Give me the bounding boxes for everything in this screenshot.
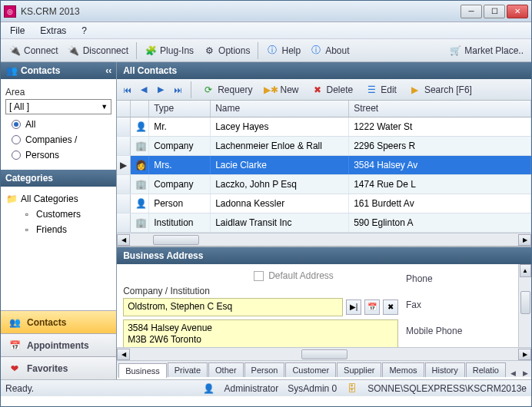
goto-button[interactable]: ▶| — [346, 299, 361, 315]
person-f-icon: 👩 — [135, 159, 147, 171]
tab-private[interactable]: Private — [168, 362, 208, 377]
about-icon: ⓘ — [310, 45, 322, 57]
marketplace-button[interactable]: 🛒Market Place.. — [444, 42, 528, 59]
edit-button[interactable]: ☰Edit — [361, 81, 401, 98]
requery-button[interactable]: ⟳Requery — [198, 81, 257, 98]
tab-business[interactable]: Business — [118, 363, 167, 378]
table-row[interactable]: 👤Mr.Lacey Hayes1222 Water St — [117, 117, 531, 137]
plugins-button[interactable]: 🧩Plug-Ins — [140, 42, 198, 59]
tab-scroll-right[interactable]: ▶ — [519, 369, 531, 377]
next-record-icon[interactable]: ▶ — [154, 83, 168, 97]
tab-relatio[interactable]: Relatio — [466, 362, 506, 377]
search-button[interactable]: ▶Search [F6] — [404, 81, 477, 98]
app-icon: ◎ — [4, 5, 16, 18]
grid-header: Type Name Street — [117, 101, 531, 117]
tree-all-categories[interactable]: 📁All Categories — [5, 191, 111, 207]
fax-label: Fax — [406, 299, 525, 310]
tree-customers[interactable]: ▫Customers — [5, 207, 111, 222]
status-db: SONNE\SQLEXPRESS\KSCRM2013e — [367, 383, 527, 394]
menu-extras[interactable]: Extras — [34, 24, 72, 38]
disconnect-button[interactable]: 🔌Disconnect — [63, 42, 133, 59]
disconnect-icon: 🔌 — [68, 45, 80, 57]
content-header: All Contacts — [117, 62, 531, 79]
clear-button[interactable]: ✖ — [383, 299, 398, 315]
tree-friends[interactable]: ▫Friends — [5, 222, 111, 237]
refresh-icon: ⟳ — [202, 84, 214, 96]
company-icon: 🏢 — [135, 217, 147, 229]
search-icon: ▶ — [409, 84, 421, 96]
sidebar-categories-header[interactable]: Categories — [1, 170, 116, 187]
address-field[interactable]: 3584 Halsey Avenue M3B 2W6 Toronto ON — [123, 319, 398, 347]
company-field[interactable]: Oldstrom, Stephen C Esq — [123, 298, 343, 316]
prev-record-icon[interactable]: ◀ — [137, 83, 151, 97]
tab-history[interactable]: History — [425, 362, 465, 377]
table-row[interactable]: 🏢InstitutionLaidlaw Transit Inc590 Eglin… — [117, 213, 531, 233]
col-type[interactable]: Type — [149, 101, 211, 117]
db-icon: 🗄 — [346, 382, 358, 395]
grid-hscroll[interactable]: ◀▶ — [117, 233, 531, 246]
menu-file[interactable]: File — [4, 24, 31, 38]
detail-vscroll[interactable]: ▲ — [518, 264, 531, 347]
contacts-grid: Type Name Street 👤Mr.Lacey Hayes1222 Wat… — [117, 101, 531, 246]
status-user: Administrator — [224, 383, 279, 394]
connect-button[interactable]: 🔌Connect — [4, 42, 63, 59]
first-record-icon[interactable]: ⏮ — [120, 83, 134, 97]
options-button[interactable]: ⚙Options — [198, 42, 254, 59]
new-icon: ▶✱ — [265, 84, 278, 96]
cart-icon: 🛒 — [449, 45, 461, 57]
table-row[interactable]: ▶👩Mrs.Lacie Clarke3584 Halsey Av — [117, 156, 531, 175]
statusbar: Ready. 👤 Administrator SysAdmin 0 🗄 SONN… — [1, 379, 531, 396]
col-street[interactable]: Street — [349, 101, 531, 117]
delete-icon: ✖ — [311, 84, 324, 96]
phone-label: Phone — [406, 273, 525, 284]
tab-memos[interactable]: Memos — [382, 362, 424, 377]
people-icon: 👥 — [5, 65, 18, 77]
status-ready: Ready. — [5, 383, 34, 394]
mobile-label: Mobile Phone — [406, 326, 525, 336]
close-button[interactable]: ✕ — [507, 5, 528, 18]
last-record-icon[interactable]: ⏭ — [171, 83, 185, 97]
tab-person[interactable]: Person — [244, 362, 285, 377]
calendar-icon: 📅 — [8, 339, 21, 352]
list-toolbar: ⏮ ◀ ▶ ⏭ ⟳Requery ▶✱New ✖Delete ☰Edit ▶Se… — [117, 79, 531, 101]
company-icon: 🏢 — [135, 178, 147, 190]
detail-panel: Business Address Default Address Company… — [117, 246, 531, 377]
minimize-button[interactable]: ─ — [461, 5, 482, 18]
area-label: Area — [5, 87, 111, 98]
sidebar-contacts-header[interactable]: 👥 Contacts ‹‹ — [1, 62, 116, 79]
nav-appointments[interactable]: 📅Appointments — [1, 333, 116, 356]
nav-favorites[interactable]: ❤Favorites — [1, 356, 116, 379]
maximize-button[interactable]: ☐ — [484, 5, 505, 18]
edit-icon: ☰ — [365, 84, 377, 96]
chevron-down-icon: ▼ — [101, 103, 108, 111]
detail-tabs: BusinessPrivateOtherPersonCustomerSuppli… — [117, 360, 531, 377]
plugin-icon: 🧩 — [145, 45, 157, 57]
collapse-icon[interactable]: ‹‹ — [105, 65, 111, 76]
new-button[interactable]: ▶✱New — [261, 81, 304, 98]
tab-scroll-left[interactable]: ◀ — [507, 369, 519, 377]
toolbar: 🔌Connect 🔌Disconnect 🧩Plug-Ins ⚙Options … — [1, 39, 531, 62]
table-row[interactable]: 👤PersonLadonna Kessler161 Burdett Av — [117, 194, 531, 213]
menu-help[interactable]: ? — [75, 24, 93, 38]
tab-other[interactable]: Other — [208, 362, 244, 377]
tag-icon: ▫ — [21, 223, 33, 236]
col-name[interactable]: Name — [211, 101, 349, 117]
table-row[interactable]: 🏢CompanyLaczko, John P Esq1474 Rue De L — [117, 175, 531, 194]
connect-icon: 🔌 — [8, 45, 21, 57]
delete-button[interactable]: ✖Delete — [307, 81, 358, 98]
gear-icon: ⚙ — [203, 45, 215, 57]
nav-contacts[interactable]: 👥Contacts — [1, 310, 116, 333]
window-title: KS.CRM 2013 — [21, 6, 461, 17]
table-row[interactable]: 🏢CompanyLachenmeier Enloe & Rall2296 Spe… — [117, 137, 531, 156]
area-combo[interactable]: [ All ]▼ — [5, 99, 111, 114]
detail-hscroll[interactable]: ◀▶ — [117, 347, 531, 360]
help-button[interactable]: ⓘHelp — [261, 42, 305, 59]
filter-persons[interactable]: Persons — [12, 150, 111, 160]
tab-customer[interactable]: Customer — [285, 362, 336, 377]
tab-supplier[interactable]: Supplier — [337, 362, 381, 377]
filter-companies[interactable]: Companies / — [12, 134, 111, 145]
calendar-button[interactable]: 📅 — [364, 299, 380, 315]
filter-all[interactable]: All — [12, 119, 111, 130]
about-button[interactable]: ⓘAbout — [305, 42, 354, 59]
default-address-check[interactable]: Default Address — [254, 270, 398, 281]
